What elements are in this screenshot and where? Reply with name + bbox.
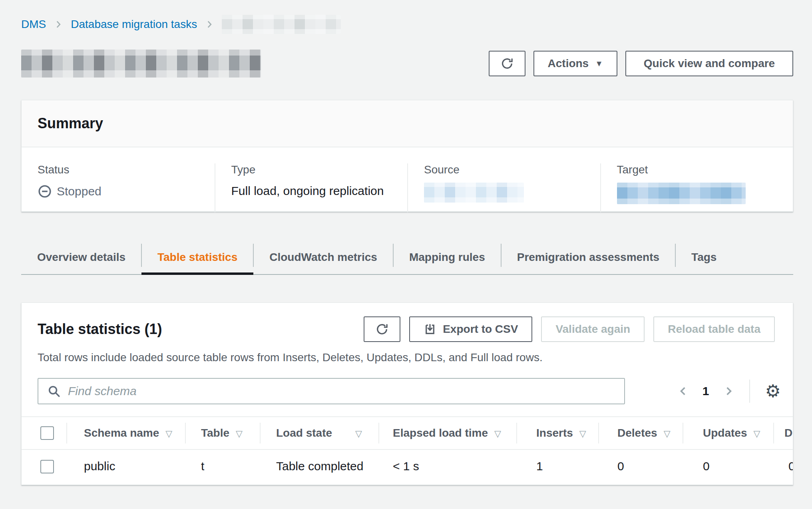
tab-cloudwatch-metrics[interactable]: CloudWatch metrics [253,241,393,274]
select-all-checkbox[interactable] [40,426,54,440]
summary-target: Target [600,163,793,212]
table-container: Schema name▽ Table▽ Load state▽ Elapsed … [22,416,793,482]
task-name-redacted [21,50,261,78]
column-header-deletes[interactable]: Deletes▽ [598,417,683,449]
column-header-elapsed-load-time[interactable]: Elapsed load time▽ [378,417,516,449]
current-page-number[interactable]: 1 [701,384,711,398]
cell-load-state: Table completed [260,449,378,482]
summary-source: Source [407,163,600,212]
search-icon [47,384,61,398]
cell-elapsed-load-time: < 1 s [378,449,516,482]
sort-icon: ▽ [494,429,501,439]
tab-table-statistics[interactable]: Table statistics [141,241,253,274]
source-link-redacted[interactable] [424,183,524,203]
validate-again-label: Validate again [555,323,630,336]
pagination: 1 ⚙ [675,380,783,403]
sort-icon: ▽ [753,429,760,439]
actions-button[interactable]: Actions ▼ [533,51,617,76]
column-divider [516,423,517,443]
target-link-redacted[interactable] [617,183,746,204]
source-label: Source [424,163,600,176]
row-checkbox[interactable] [40,460,54,473]
breadcrumb: DMS Database migration tasks [21,14,793,34]
previous-page-button[interactable] [675,384,691,399]
column-header-table[interactable]: Table▽ [185,417,260,449]
cell-updates: 0 [683,449,773,482]
tab-premigration-assessments[interactable]: Premigration assessments [501,241,675,274]
sort-icon: ▽ [579,429,586,439]
type-value: Full load, ongoing replication [231,184,408,198]
column-label: Deletes [617,427,657,439]
table-statistics-buttons: Export to CSV Validate again Reload tabl… [364,316,775,342]
cell-table: t [185,449,260,482]
table-toolbar: 1 ⚙ [22,378,793,404]
table-settings-gear-icon[interactable]: ⚙ [763,382,783,400]
table-row: public t Table completed < 1 s 1 0 0 0 [22,449,793,482]
column-label: Load state [276,427,332,439]
table-statistics-title: Table statistics (1) [38,321,364,338]
next-page-button[interactable] [721,384,736,399]
sort-icon: ▽ [165,429,172,439]
chevron-down-icon: ▼ [595,59,603,68]
find-schema-input[interactable] [38,378,625,404]
target-label: Target [617,163,793,176]
table-statistics-description: Total rows include loaded source table r… [22,351,793,364]
refresh-button[interactable] [489,51,525,76]
table-refresh-button[interactable] [364,316,400,342]
tab-overview-details[interactable]: Overview details [21,241,141,274]
reload-table-data-label: Reload table data [668,323,760,336]
export-to-csv-label: Export to CSV [443,323,518,336]
breadcrumb-chevron-icon [204,19,215,30]
row-select-cell [22,449,66,482]
summary-title: Summary [22,100,793,147]
validate-again-button[interactable]: Validate again [541,316,645,342]
status-text: Stopped [57,185,102,198]
refresh-icon [375,322,389,336]
column-header-inserts[interactable]: Inserts▽ [516,417,598,449]
table-statistics-table: Schema name▽ Table▽ Load state▽ Elapsed … [22,416,793,482]
cell-ddls: 0 [773,449,793,482]
status-label: Status [38,163,215,176]
column-divider [683,423,683,443]
actions-button-label: Actions [548,57,589,70]
column-label: Elapsed load time [393,427,488,439]
sort-icon: ▽ [355,429,362,439]
tab-bar: Overview details Table statistics CloudW… [21,241,793,275]
column-divider [260,423,261,443]
column-header-schema-name[interactable]: Schema name▽ [66,417,185,449]
reload-table-data-button[interactable]: Reload table data [653,316,775,342]
refresh-icon [500,57,514,70]
cell-schema-name: public [66,449,185,482]
breadcrumb-link-tasks[interactable]: Database migration tasks [71,18,197,31]
column-divider [598,423,599,443]
column-header-ddls[interactable]: D [773,417,793,449]
column-label: D [784,427,792,439]
export-to-csv-button[interactable]: Export to CSV [409,316,532,342]
page-header: Actions ▼ Quick view and compare [21,50,793,77]
tab-tags[interactable]: Tags [675,241,732,274]
cell-inserts: 1 [516,449,598,482]
tab-mapping-rules[interactable]: Mapping rules [393,241,501,274]
column-divider [773,423,774,443]
type-label: Type [231,163,408,176]
summary-status: Status Stopped [22,163,215,212]
table-header-row: Schema name▽ Table▽ Load state▽ Elapsed … [22,417,793,449]
summary-type: Type Full load, ongoing replication [215,163,408,212]
column-header-updates[interactable]: Updates▽ [683,417,773,449]
schema-search [38,378,625,404]
column-header-load-state[interactable]: Load state▽ [260,417,378,449]
cell-deletes: 0 [598,449,683,482]
status-value: Stopped [38,184,215,199]
column-label: Table [201,427,229,439]
source-value [424,184,600,203]
column-divider [66,423,67,443]
breadcrumb-link-dms[interactable]: DMS [21,18,46,31]
breadcrumb-chevron-icon [53,19,64,30]
sort-icon: ▽ [664,429,671,439]
quick-view-compare-button[interactable]: Quick view and compare [625,51,793,76]
sort-icon: ▽ [236,429,243,439]
page: DMS Database migration tasks Actions [0,14,812,485]
column-divider [185,423,186,443]
table-statistics-card: Table statistics (1) [21,302,793,485]
download-icon [424,323,436,336]
